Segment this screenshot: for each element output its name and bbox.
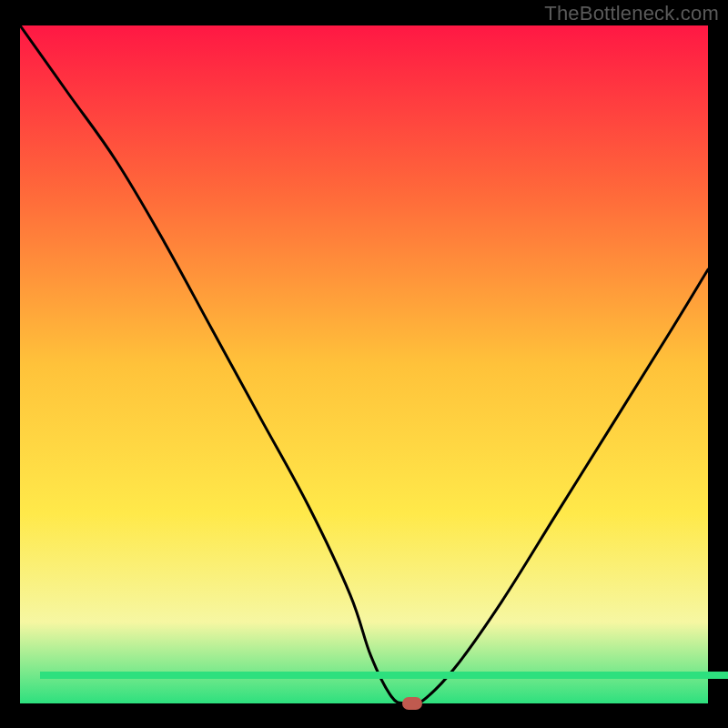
chart-svg	[20, 25, 708, 703]
optimal-zone-strip	[40, 672, 728, 679]
selected-point-marker	[402, 697, 422, 710]
chart-frame: TheBottleneck.com	[0, 0, 728, 728]
gradient-background	[20, 25, 708, 703]
bottleneck-chart	[20, 25, 708, 703]
attribution-text: TheBottleneck.com	[544, 2, 719, 25]
